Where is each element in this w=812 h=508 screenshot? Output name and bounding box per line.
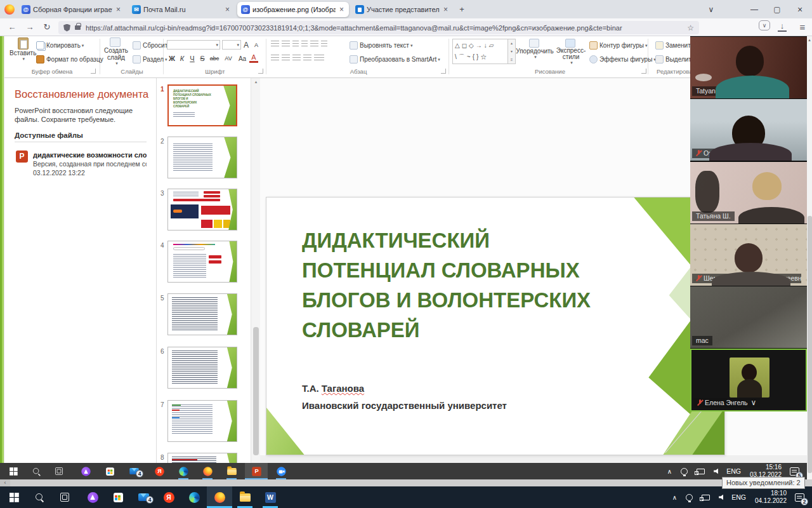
change-case-button[interactable]: Aa xyxy=(235,55,249,62)
yandex-app-button[interactable] xyxy=(148,463,170,479)
tab-close-icon[interactable]: × xyxy=(115,5,122,14)
format-painter-button[interactable]: Формат по образцу xyxy=(36,55,103,64)
mail-app-button[interactable]: 4 xyxy=(131,486,156,508)
slide-title-textbox[interactable]: ДИДАКТИЧЕСКИЙ ПОТЕНЦИАЛ СЛОВАРНЫХ БЛОГОВ… xyxy=(302,225,624,345)
zoom-participant-video-active[interactable]: Елена Энгель ∨ xyxy=(690,349,807,411)
dialog-launcher-icon[interactable] xyxy=(641,69,646,74)
tab-close-icon[interactable]: × xyxy=(338,5,345,14)
reload-icon[interactable]: ↻ xyxy=(40,21,54,34)
browser-vertical-scrollbar[interactable]: ▴ ▾ xyxy=(807,36,812,486)
font-size-select[interactable]: ▾ xyxy=(222,40,241,50)
menu-icon[interactable]: ≡ xyxy=(796,21,809,34)
zoom-participant-video[interactable]: mac xyxy=(690,286,807,348)
url-bar[interactable]: https://af.attachmail.ru/cgi-bin/readmsg… xyxy=(58,21,699,34)
tab-noc[interactable]: Участие представителей НОЦ × xyxy=(351,2,453,17)
search-button[interactable] xyxy=(27,486,52,508)
minimize-button[interactable]: — xyxy=(743,0,765,18)
close-button[interactable]: × xyxy=(789,0,811,18)
quick-styles-button[interactable]: Экспресс-стили▾ xyxy=(554,39,588,65)
replace-button[interactable]: Заменить xyxy=(655,41,694,50)
tray-expand-icon[interactable]: ∧ xyxy=(672,494,677,501)
url-text[interactable]: https://af.attachmail.ru/cgi-bin/readmsg… xyxy=(86,24,683,32)
shield-icon[interactable] xyxy=(63,24,70,32)
language-indicator[interactable]: ENG xyxy=(731,493,746,501)
task-view-button[interactable] xyxy=(48,463,70,479)
bold-button[interactable]: Ж xyxy=(167,55,177,62)
align-buttons[interactable] xyxy=(270,54,325,63)
shrink-font-button[interactable]: А xyxy=(251,42,261,48)
shapes-gallery-scroll[interactable]: ▴▾≡ xyxy=(508,39,516,64)
tray-expand-icon[interactable]: ∧ xyxy=(667,468,672,475)
shadow-button[interactable]: S xyxy=(197,55,207,62)
section-button[interactable]: Раздел▾ xyxy=(133,55,167,64)
browser-horizontal-scrollbar[interactable]: ‹ xyxy=(0,479,807,486)
speaker-icon[interactable] xyxy=(719,495,724,500)
search-button[interactable] xyxy=(25,463,47,479)
network-icon[interactable] xyxy=(702,495,710,500)
scroll-up-icon[interactable]: ▴ xyxy=(251,79,261,84)
slide-thumbnail-4[interactable]: 4 xyxy=(157,241,251,290)
explorer-app-button[interactable] xyxy=(232,486,258,508)
scrollbar-thumb[interactable] xyxy=(808,216,812,473)
speaker-icon[interactable] xyxy=(714,469,719,474)
recovered-file-item[interactable]: P дидактические возможности слова… Верси… xyxy=(12,147,150,185)
slide-affiliation-textbox[interactable]: Ивановский государственный университет xyxy=(302,400,507,411)
tab-close-icon[interactable]: × xyxy=(224,5,231,14)
mail-app-button[interactable]: 4 xyxy=(123,463,145,479)
scroll-left-icon[interactable]: ‹ xyxy=(0,479,10,486)
copy-button[interactable]: Копировать▾ xyxy=(36,41,84,50)
list-tabs-icon[interactable]: ∨ xyxy=(700,0,722,18)
slide-thumbnail-5[interactable]: 5 xyxy=(157,293,251,343)
font-name-select[interactable]: ▾ xyxy=(167,40,220,50)
zoom-app-button[interactable] xyxy=(270,463,292,479)
word-app-button[interactable] xyxy=(258,486,283,508)
strikethrough-button[interactable]: abc xyxy=(207,55,221,62)
store-app-button[interactable] xyxy=(99,463,121,479)
back-icon[interactable]: ← xyxy=(5,21,19,34)
zoom-participant-video[interactable]: Шеменкова Светлана Сергеевна xyxy=(690,224,807,286)
task-view-button[interactable] xyxy=(52,486,77,508)
powerpoint-app-button-active[interactable] xyxy=(245,463,268,479)
language-indicator[interactable]: ENG xyxy=(726,467,741,475)
slide-thumbnail-6[interactable]: 6 xyxy=(157,347,251,396)
arrange-button[interactable]: Упорядочить▾ xyxy=(517,39,553,60)
shape-effects-button[interactable]: Эффекты фигуры▾ xyxy=(589,55,656,64)
underline-button[interactable]: Ч xyxy=(187,55,197,62)
tab-news[interactable]: @ Сборная Франции играет с ко × xyxy=(18,2,126,17)
new-tab-button[interactable]: + xyxy=(455,4,468,15)
shape-outline-button[interactable]: Контур фигуры▾ xyxy=(589,41,647,50)
network-icon[interactable] xyxy=(697,469,705,474)
italic-button[interactable]: К xyxy=(177,55,187,62)
paste-button[interactable]: Вставить ▾ xyxy=(10,37,36,62)
lock-icon[interactable] xyxy=(75,25,81,30)
slide-thumbnail-2[interactable]: 2 xyxy=(157,137,251,186)
font-color-button[interactable]: А xyxy=(249,54,258,63)
edge-app-button[interactable] xyxy=(181,486,207,508)
slide-author-textbox[interactable]: Т.А. Таганова xyxy=(302,383,364,394)
clock[interactable]: 18:10 04.12.2022 xyxy=(755,490,787,505)
tray-device-icon[interactable] xyxy=(686,494,693,501)
yandex-app-button[interactable] xyxy=(156,486,181,508)
bookmark-star-icon[interactable]: ☆ xyxy=(687,23,694,32)
pocket-icon[interactable]: ∨ xyxy=(759,20,770,30)
download-icon[interactable]: ↓ xyxy=(778,21,787,32)
participant-menu-chevron-icon[interactable]: ∨ xyxy=(751,398,757,408)
tab-close-icon[interactable]: × xyxy=(442,5,449,14)
align-text-button[interactable]: Выровнять текст▾ xyxy=(350,41,412,50)
scroll-up-icon[interactable]: ▴ xyxy=(807,37,812,43)
tab-mail[interactable]: ✉ Почта Mail.ru × xyxy=(128,2,235,17)
store-app-button[interactable] xyxy=(105,486,131,508)
firefox-app-button[interactable] xyxy=(197,463,218,479)
scrollbar-thumb[interactable] xyxy=(253,327,259,455)
slide-thumbnail-7[interactable]: 7 xyxy=(157,400,251,450)
grow-font-button[interactable]: А xyxy=(241,41,251,50)
alice-app-button[interactable] xyxy=(75,463,96,479)
dialog-launcher-icon[interactable] xyxy=(441,69,446,74)
list-indent-buttons[interactable] xyxy=(270,40,329,49)
new-slide-button[interactable]: Создать слайд ▾ xyxy=(102,37,130,66)
dialog-launcher-icon[interactable] xyxy=(258,69,263,74)
zoom-participant-video[interactable]: Татьяна Ш. xyxy=(690,162,807,224)
tray-device-icon[interactable] xyxy=(681,468,688,475)
dialog-launcher-icon[interactable] xyxy=(91,69,96,74)
forward-icon[interactable]: → xyxy=(23,21,37,34)
